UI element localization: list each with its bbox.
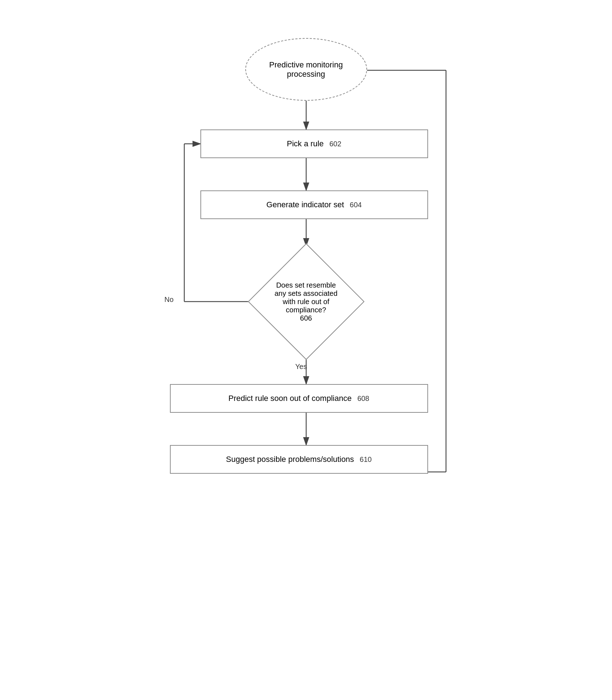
step-606-text: Does set resemble any sets associated wi…	[270, 281, 342, 322]
step-602-box: Pick a rule 602	[200, 129, 428, 158]
step-602-ref: 602	[329, 140, 341, 148]
step-610-ref: 610	[360, 455, 371, 464]
step-602-label: Pick a rule	[287, 139, 324, 148]
step-608-ref: 608	[357, 394, 369, 403]
step-606-diamond-container: Does set resemble any sets associated wi…	[195, 246, 417, 357]
step-606-diamond: Does set resemble any sets associated wi…	[249, 244, 364, 359]
step-604-box: Generate indicator set 604	[200, 190, 428, 219]
step-606-ref: 606	[300, 314, 312, 322]
step-604-ref: 604	[350, 201, 362, 209]
step-608-label: Predict rule soon out of compliance	[228, 394, 352, 403]
yes-label: Yes	[295, 363, 307, 371]
step-610-box: Suggest possible problems/solutions 610	[170, 445, 428, 474]
step-610-label: Suggest possible problems/solutions	[226, 455, 354, 464]
step-608-box: Predict rule soon out of compliance 608	[170, 384, 428, 413]
no-label: No	[165, 295, 174, 304]
start-node: Predictive monitoring processing	[245, 38, 367, 101]
step-604-label: Generate indicator set	[266, 200, 344, 209]
flowchart-diagram: Predictive monitoring processing Pick a …	[145, 27, 468, 673]
start-label: Predictive monitoring processing	[269, 60, 343, 79]
